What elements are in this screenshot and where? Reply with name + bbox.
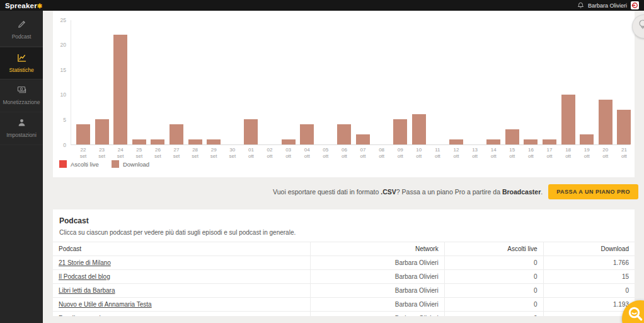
bar-15-ott[interactable] <box>505 129 519 144</box>
bar-23-set[interactable] <box>95 119 109 144</box>
bar-01-ott[interactable] <box>244 119 258 144</box>
network-cell: Barbara Olivieri <box>311 298 444 312</box>
logo-star-icon: ✱ <box>37 3 43 9</box>
x-tick-label: 19 ott <box>577 147 596 160</box>
x-tick-label: 17 ott <box>540 147 559 160</box>
x-tick-label: 02 ott <box>260 147 279 160</box>
col-header-ascolti-live: Ascolti live <box>444 242 543 256</box>
col-header-download: Download <box>543 242 635 256</box>
x-tick-label: 13 ott <box>466 147 485 160</box>
bar-29-set[interactable] <box>207 139 221 144</box>
bar-24-set[interactable] <box>113 35 127 144</box>
bar-25-set[interactable] <box>132 139 146 144</box>
ascolti-live-cell: 0 <box>444 284 543 298</box>
export-banner: Vuoi esportare questi dati in formato .C… <box>43 177 644 206</box>
bar-16-ott[interactable] <box>524 139 538 144</box>
download-cell: 15 <box>543 270 635 284</box>
user-name: Barbara Olivieri <box>588 3 627 9</box>
sidebar-item-label: Impostazioni <box>0 132 43 138</box>
x-tick-label: 18 ott <box>559 147 578 160</box>
x-tick-label: 10 ott <box>410 147 428 160</box>
download-cell: 1.193 <box>543 298 635 312</box>
bar-07-ott[interactable] <box>356 134 370 144</box>
table-row: Reading sparsi Barbara Olivieri 0 7 <box>53 312 635 317</box>
ascolti-live-cell: 0 <box>444 298 543 312</box>
x-tick-label: 26 set <box>148 147 167 160</box>
y-tick-label: 20 <box>60 42 66 48</box>
bar-21-ott[interactable] <box>617 110 631 144</box>
statistics-chart-card: 0510152025 22 set23 set24 set25 set26 se… <box>53 11 635 177</box>
sidebar-item-impostazioni[interactable]: Impostazioni <box>0 112 43 145</box>
bar-17-ott[interactable] <box>543 139 556 144</box>
user-avatar[interactable] <box>631 1 639 9</box>
y-tick-label: 0 <box>63 142 66 148</box>
sidebar-item-label: Podcast <box>0 33 43 40</box>
x-tick-label: 22 set <box>74 147 93 160</box>
bar-03-ott[interactable] <box>282 139 296 144</box>
bar-14-ott[interactable] <box>486 139 500 144</box>
x-tick-label: 29 set <box>204 147 223 160</box>
y-tick-label: 10 <box>60 91 66 98</box>
legend-label-download: Download <box>123 161 149 168</box>
network-cell: Barbara Olivieri <box>311 312 444 317</box>
legend-swatch-ascolti-live <box>59 160 67 168</box>
x-tick-label: 28 set <box>186 147 205 160</box>
sidebar-item-label: Statistiche <box>0 67 43 73</box>
line-chart-icon <box>17 54 26 64</box>
x-tick-label: 08 ott <box>372 147 391 160</box>
x-tick-label: 11 ott <box>428 147 447 160</box>
plot-area: 22 set23 set24 set25 set26 set27 set28 s… <box>71 20 630 145</box>
legend-label-ascolti-live: Ascolti live <box>71 161 99 168</box>
podcast-link[interactable]: Reading sparsi <box>59 315 101 316</box>
x-tick-label: 14 ott <box>484 147 503 160</box>
x-tick-label: 20 ott <box>596 147 615 160</box>
table-header-row: Podcast Network Ascolti live Download <box>53 242 635 256</box>
upgrade-pro-button[interactable]: PASSA A UN PIANO PRO <box>548 184 638 199</box>
sidebar: Podcast Statistiche Monetizzazione Impos… <box>0 11 43 323</box>
bar-10-ott[interactable] <box>412 114 426 144</box>
network-cell: Barbara Olivieri <box>311 284 444 298</box>
podcast-link[interactable]: Il Podcast del blog <box>59 273 110 280</box>
ascolti-live-cell: 0 <box>444 256 543 270</box>
col-header-podcast: Podcast <box>53 242 311 256</box>
bar-20-ott[interactable] <box>599 100 612 144</box>
bar-19-ott[interactable] <box>580 134 594 144</box>
money-icon <box>17 86 26 97</box>
bar-04-ott[interactable] <box>300 124 314 144</box>
y-tick-label: 15 <box>60 67 66 73</box>
spreaker-logo[interactable]: Spreaker✱ <box>5 2 42 9</box>
x-tick-label: 06 ott <box>335 147 354 160</box>
bar-06-ott[interactable] <box>337 124 351 144</box>
x-tick-label: 03 ott <box>279 147 298 160</box>
pencil-icon <box>17 20 26 31</box>
podcast-table: Podcast Network Ascolti live Download 21… <box>53 242 635 316</box>
x-tick-label: 25 set <box>130 147 149 160</box>
podcast-link[interactable]: Libri letti da Barbara <box>59 287 115 294</box>
table-row: Nuovo e Utile di Annamaria Testa Barbara… <box>53 298 635 312</box>
bar-27-set[interactable] <box>170 124 183 144</box>
podcast-link[interactable]: 21 Storie di Milano <box>59 259 111 266</box>
x-tick-label: 23 set <box>93 147 112 160</box>
ascolti-live-cell: 0 <box>444 312 543 317</box>
bar-28-set[interactable] <box>188 139 202 144</box>
y-tick-label: 5 <box>63 117 66 123</box>
chart-legend: Ascolti live Download <box>59 160 149 168</box>
user-menu[interactable]: Barbara Olivieri <box>577 0 639 11</box>
podcast-link[interactable]: Nuovo e Utile di Annamaria Testa <box>59 301 152 308</box>
bar-12-ott[interactable] <box>449 139 463 144</box>
network-cell: Barbara Olivieri <box>311 270 444 284</box>
bar-09-ott[interactable] <box>393 119 407 144</box>
x-tick-label: 04 ott <box>297 147 316 160</box>
bar-22-set[interactable] <box>76 124 90 144</box>
table-row: 21 Storie di Milano Barbara Olivieri 0 1… <box>53 256 635 270</box>
sidebar-item-monetizzazione[interactable]: Monetizzazione <box>0 79 43 112</box>
bell-icon[interactable] <box>577 0 584 11</box>
x-tick-label: 21 ott <box>614 147 633 160</box>
sidebar-item-statistiche[interactable]: Statistiche <box>0 47 43 79</box>
x-tick-label: 30 set <box>223 147 242 160</box>
table-row: Il Podcast del blog Barbara Olivieri 0 1… <box>53 270 635 284</box>
bar-18-ott[interactable] <box>561 95 575 144</box>
download-cell: 7 <box>543 312 635 317</box>
sidebar-item-podcast[interactable]: Podcast <box>0 14 43 47</box>
bar-26-set[interactable] <box>151 139 164 144</box>
